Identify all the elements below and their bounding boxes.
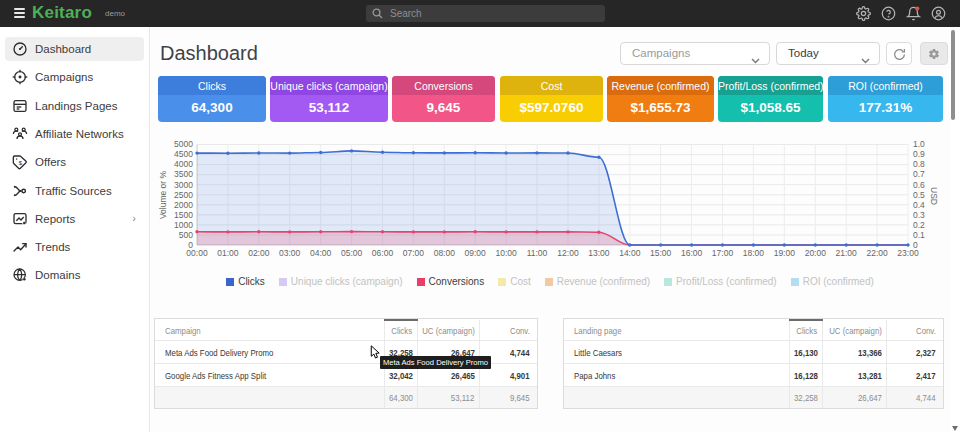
svg-text:19:00: 19:00	[774, 248, 796, 258]
svg-text:4500: 4500	[174, 149, 193, 159]
svg-text:17:00: 17:00	[712, 248, 734, 258]
svg-text:1000: 1000	[174, 220, 193, 230]
svg-text:0.5: 0.5	[913, 190, 925, 200]
svg-text:0.9: 0.9	[913, 149, 925, 159]
svg-text:500: 500	[179, 230, 193, 240]
svg-text:11:00: 11:00	[527, 248, 548, 258]
svg-text:22:00: 22:00	[866, 248, 888, 258]
svg-text:0.2: 0.2	[913, 220, 925, 230]
svg-text:08:00: 08:00	[434, 248, 456, 258]
svg-text:09:00: 09:00	[465, 248, 487, 258]
svg-text:2500: 2500	[174, 190, 193, 200]
svg-text:14:00: 14:00	[619, 248, 641, 258]
svg-text:02:00: 02:00	[248, 248, 270, 258]
svg-text:2000: 2000	[174, 200, 193, 210]
svg-text:4000: 4000	[174, 159, 193, 169]
svg-text:3500: 3500	[174, 169, 193, 179]
svg-text:16:00: 16:00	[681, 248, 703, 258]
svg-text:0.3: 0.3	[913, 210, 925, 220]
svg-text:01:00: 01:00	[217, 248, 239, 258]
svg-text:0.6: 0.6	[913, 180, 925, 190]
svg-text:10:00: 10:00	[495, 248, 517, 258]
svg-text:0.4: 0.4	[913, 200, 925, 210]
svg-text:12:00: 12:00	[557, 248, 579, 258]
svg-text:23:00: 23:00	[897, 248, 919, 258]
svg-text:04:00: 04:00	[310, 248, 332, 258]
svg-text:3000: 3000	[174, 180, 193, 190]
svg-text:05:00: 05:00	[341, 248, 363, 258]
svg-text:00:00: 00:00	[186, 248, 208, 258]
svg-text:06:00: 06:00	[372, 248, 394, 258]
svg-text:07:00: 07:00	[403, 248, 425, 258]
svg-text:0.1: 0.1	[913, 230, 925, 240]
svg-text:15:00: 15:00	[650, 248, 672, 258]
svg-text:1500: 1500	[174, 210, 193, 220]
svg-text:21:00: 21:00	[836, 248, 858, 258]
svg-text:1.0: 1.0	[913, 139, 925, 149]
svg-text:0.7: 0.7	[913, 169, 925, 179]
svg-text:USD: USD	[929, 187, 939, 205]
svg-text:18:00: 18:00	[743, 248, 765, 258]
svg-text:03:00: 03:00	[279, 248, 301, 258]
svg-text:13:00: 13:00	[588, 248, 610, 258]
svg-text:5000: 5000	[174, 139, 193, 149]
svg-text:20:00: 20:00	[805, 248, 827, 258]
svg-text:Volume or %: Volume or %	[158, 170, 168, 219]
svg-text:0.8: 0.8	[913, 159, 925, 169]
svg-text:$: $	[19, 160, 23, 166]
